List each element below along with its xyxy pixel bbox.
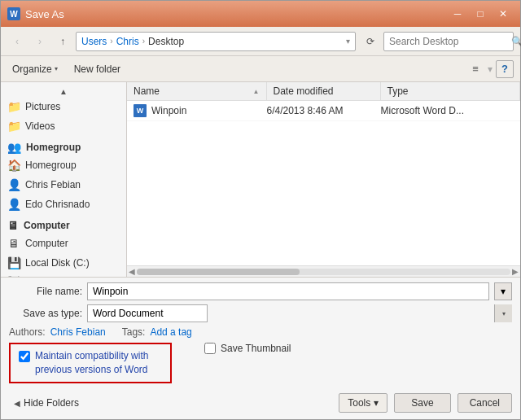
scrollbar-thumb[interactable]: [137, 269, 300, 275]
horizontal-scrollbar[interactable]: ◀ ▶: [127, 265, 520, 277]
save-as-dialog: W Save As ─ □ ✕ ‹ › ↑ Users › Chris › De…: [0, 0, 521, 420]
forward-button[interactable]: ›: [30, 32, 50, 51]
savetype-wrapper: Word Document Word 97-2003 Document PDF …: [87, 304, 512, 322]
tags-label: Tags:: [122, 326, 146, 338]
hide-folders-arrow-icon: ◀: [14, 399, 20, 408]
sidebar-label-homegroup: Homegroup: [25, 160, 77, 171]
sidebar-label-pictures: Pictures: [25, 101, 60, 112]
breadcrumb-dropdown-icon[interactable]: ▾: [346, 37, 350, 46]
col-header-type[interactable]: Type: [381, 82, 521, 100]
save-button[interactable]: Save: [394, 393, 450, 413]
authors-section: Authors: Chris Febian: [9, 326, 106, 338]
filename-input[interactable]: [87, 282, 489, 300]
thumbnail-label: Save Thumbnail: [221, 343, 291, 354]
search-box[interactable]: 🔍: [383, 32, 514, 51]
back-button[interactable]: ‹: [7, 32, 27, 51]
filename-dropdown-button[interactable]: ▾: [494, 282, 512, 300]
tools-button[interactable]: Tools ▾: [339, 393, 387, 413]
file-date: 6/4/2013 8:46 AM: [267, 105, 344, 116]
title-bar-left: W Save As: [7, 7, 64, 20]
search-input[interactable]: [389, 36, 511, 47]
local-disk-icon: 💾: [7, 256, 20, 269]
compat-label: Maintain compatibility with previous ver…: [35, 349, 162, 377]
new-folder-button[interactable]: New folder: [69, 61, 125, 77]
compat-checkbox[interactable]: [19, 351, 30, 362]
sidebar-label-chris-febian: Chris Febian: [25, 179, 81, 190]
sidebar: ▲ 📁 Pictures 📁 Videos 👥 Homegroup 🏠: [1, 82, 127, 277]
file-name-cell: W Winpoin: [134, 104, 267, 117]
sidebar-item-pictures[interactable]: 📁 Pictures: [1, 97, 126, 116]
scroll-right-icon[interactable]: ▶: [512, 267, 519, 276]
pictures-icon: 📁: [7, 100, 20, 113]
col-header-name[interactable]: Name ▲: [127, 82, 267, 100]
authors-label: Authors:: [9, 326, 46, 338]
breadcrumb[interactable]: Users › Chris › Desktop ▾: [76, 32, 356, 51]
sidebar-label-edo: Edo Chrisnado: [25, 199, 90, 210]
sidebar-item-videos[interactable]: 📁 Videos: [1, 116, 126, 136]
file-type-cell: Microsoft Word D...: [381, 105, 514, 116]
title-bar-controls: ─ □ ✕: [447, 6, 514, 22]
sidebar-item-homegroup[interactable]: 🏠 Homegroup: [1, 155, 126, 175]
breadcrumb-sep-1: ›: [110, 37, 112, 46]
breadcrumb-desktop: Desktop: [148, 36, 184, 47]
view-sep: ▾: [488, 63, 493, 75]
bottom-section: File name: ▾ Save as type: Word Document…: [1, 277, 520, 388]
meta-row: Authors: Chris Febian Tags: Add a tag: [9, 326, 512, 338]
hide-folders-button[interactable]: ◀ Hide Folders: [9, 395, 84, 411]
footer-right: Tools ▾ Save Cancel: [339, 393, 512, 413]
close-button[interactable]: ✕: [493, 6, 514, 22]
view-button[interactable]: ≡: [466, 60, 484, 78]
authors-value[interactable]: Chris Febian: [50, 326, 106, 338]
organize-button[interactable]: Organize ▾: [7, 61, 63, 77]
search-icon: 🔍: [511, 36, 521, 47]
word-icon: W: [7, 7, 20, 20]
help-button[interactable]: ?: [496, 60, 514, 78]
compat-option-box: Maintain compatibility with previous ver…: [9, 343, 172, 383]
sidebar-item-computer[interactable]: 🖥 Computer: [1, 234, 126, 253]
organize-arrow-icon: ▾: [55, 65, 58, 72]
sidebar-label-local-disk: Local Disk (C:): [25, 257, 90, 269]
action-bar: Organize ▾ New folder ≡ ▾ ?: [1, 56, 520, 82]
breadcrumb-users[interactable]: Users: [81, 36, 107, 47]
breadcrumb-sep-2: ›: [142, 37, 145, 46]
dialog-title: Save As: [25, 8, 64, 20]
savetype-row: Save as type: Word Document Word 97-2003…: [9, 304, 512, 322]
file-area-empty: [127, 121, 520, 265]
tags-section: Tags: Add a tag: [122, 326, 192, 338]
sidebar-label-computer: Computer: [25, 238, 68, 249]
main-content: ▲ 📁 Pictures 📁 Videos 👥 Homegroup 🏠: [1, 82, 520, 277]
sidebar-item-local-disk[interactable]: 💾 Local Disk (C:): [1, 253, 126, 273]
thumbnail-checkbox[interactable]: [204, 343, 216, 354]
savetype-label: Save as type:: [9, 308, 82, 319]
minimize-button[interactable]: ─: [447, 6, 468, 22]
computer-section-label: Computer: [24, 220, 70, 231]
maximize-button[interactable]: □: [470, 6, 491, 22]
refresh-button[interactable]: ⟳: [361, 32, 380, 51]
sidebar-scroll-up[interactable]: ▲: [1, 85, 126, 97]
user-chris-icon: 👤: [7, 178, 20, 191]
user-edo-icon: 👤: [7, 198, 20, 211]
savetype-select[interactable]: Word Document Word 97-2003 Document PDF …: [87, 304, 208, 322]
filename-label: File name:: [9, 286, 82, 297]
add-tag-link[interactable]: Add a tag: [150, 326, 191, 338]
file-type: Microsoft Word D...: [381, 105, 464, 116]
breadcrumb-chris[interactable]: Chris: [116, 36, 139, 47]
file-date-cell: 6/4/2013 8:46 AM: [267, 105, 381, 116]
scroll-left-icon[interactable]: ◀: [129, 267, 135, 276]
up-button[interactable]: ↑: [53, 32, 72, 51]
navigation-toolbar: ‹ › ↑ Users › Chris › Desktop ▾ ⟳ 🔍: [1, 27, 520, 56]
footer-bar: ◀ Hide Folders Tools ▾ Save Cancel: [1, 388, 520, 419]
homegroup-section-label: Homegroup: [26, 142, 81, 153]
col-sort-icon: ▲: [253, 88, 260, 95]
thumbnail-option: Save Thumbnail: [204, 343, 291, 354]
options-row: Maintain compatibility with previous ver…: [9, 343, 512, 383]
tools-label: Tools: [348, 397, 370, 409]
file-list-header: Name ▲ Date modified Type: [127, 82, 520, 101]
col-header-date[interactable]: Date modified: [267, 82, 381, 100]
sidebar-section-computer: 🖥 Computer: [1, 214, 126, 234]
sidebar-item-chris-febian[interactable]: 👤 Chris Febian: [1, 175, 126, 195]
cancel-button[interactable]: Cancel: [458, 393, 512, 413]
new-folder-label: New folder: [74, 63, 120, 75]
sidebar-item-edo[interactable]: 👤 Edo Chrisnado: [1, 195, 126, 214]
file-item-winpoin[interactable]: W Winpoin 6/4/2013 8:46 AM Microsoft Wor…: [127, 101, 520, 121]
